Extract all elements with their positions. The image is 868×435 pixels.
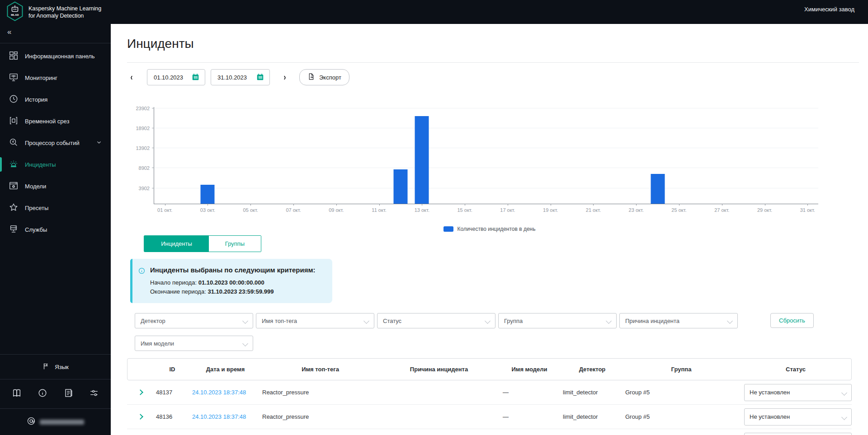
- sidebar-item-services[interactable]: Службы: [0, 219, 111, 240]
- language-button[interactable]: Язык: [0, 354, 111, 379]
- x-axis-label: 21 окт.: [586, 207, 601, 213]
- filter-status-select[interactable]: Статус: [377, 313, 495, 328]
- legend-label: Количество инцидентов в день: [458, 226, 536, 232]
- chart-gridline: [154, 128, 818, 128]
- language-label: Язык: [55, 364, 68, 370]
- status-select[interactable]: [744, 433, 852, 435]
- chart-bar: [393, 169, 407, 204]
- filter-reason-select[interactable]: Причина инцидента: [619, 313, 738, 328]
- flag-icon: [42, 362, 50, 372]
- sidebar-item-presets[interactable]: Пресеты: [0, 197, 111, 219]
- monitoring-icon: [9, 72, 19, 84]
- export-button[interactable]: Экспорт: [299, 69, 349, 85]
- organization-name: Химический завод: [804, 6, 854, 18]
- x-axis-label: 29 окт.: [757, 207, 772, 213]
- tab-incidents[interactable]: Инциденты: [144, 236, 209, 252]
- prev-period-button[interactable]: ‹: [127, 71, 136, 82]
- status-select[interactable]: Не установлен: [744, 408, 852, 426]
- criteria-title: Инциденты выбраны по следующим критериям…: [150, 266, 325, 274]
- chart-gridline: [154, 148, 818, 148]
- incident-datetime-link[interactable]: 24.10.2023 18:37:48: [192, 413, 246, 420]
- cell-top-tag: Reactor_pressure: [260, 389, 380, 396]
- criteria-lines: Начало периода: 01.10.2023 00:00:00.000 …: [150, 278, 325, 296]
- chevron-down-icon: [242, 341, 248, 346]
- sidebar-item-incidents[interactable]: Инциденты: [0, 154, 111, 175]
- cell-model: —: [497, 413, 561, 420]
- x-axis-tick: [807, 204, 808, 206]
- info-icon: [138, 267, 145, 276]
- top-bar: Химический завод: [111, 0, 868, 24]
- app-logo-row: MLAD Kaspersky Machine Learning for Anom…: [0, 0, 111, 24]
- cell-detector: limit_detector: [561, 389, 623, 396]
- sidebar-item-history[interactable]: История: [0, 89, 111, 110]
- x-axis-tick: [636, 204, 637, 206]
- x-axis-tick: [336, 204, 337, 206]
- filter-group-select[interactable]: Группа: [498, 313, 617, 328]
- chart-gridline: [154, 168, 818, 168]
- chart-plot: 3902890213902189022390201 окт.03 окт.05 …: [154, 107, 818, 204]
- criteria-line-end: Окончание периода: 31.10.2023 23:59:59.9…: [150, 287, 325, 296]
- cell-status: Не установлен: [739, 408, 852, 426]
- chart-bar: [415, 116, 429, 204]
- x-axis-tick: [508, 204, 508, 206]
- sidebar-item-label: Модели: [25, 183, 46, 190]
- expand-row-button[interactable]: [127, 415, 154, 419]
- chevron-down-icon: [363, 318, 369, 324]
- incident-datetime-link[interactable]: 24.10.2023 18:37:48: [192, 389, 246, 396]
- table-row: [127, 429, 852, 435]
- chevron-down-icon: [242, 318, 248, 324]
- reset-filters-button[interactable]: Сбросить: [770, 313, 814, 328]
- status-select[interactable]: Не установлен: [744, 384, 852, 401]
- user-email-redacted: [40, 420, 84, 425]
- page-title: Инциденты: [127, 37, 194, 51]
- cell-id: 48137: [154, 389, 190, 396]
- export-icon: [307, 73, 315, 82]
- y-axis-tick: [152, 188, 154, 188]
- x-axis-tick: [679, 204, 679, 206]
- x-axis-label: 23 окт.: [629, 207, 644, 213]
- incidents-page: Инциденты ‹ › Экспорт 390289021390218902…: [111, 24, 868, 435]
- header-id: ID: [154, 366, 190, 373]
- sidebar-item-dashboard[interactable]: Информационная панель: [0, 45, 111, 67]
- calendar-icon[interactable]: [191, 73, 200, 83]
- chevron-down-icon: [485, 318, 491, 324]
- cell-detector: limit_detector: [561, 413, 623, 420]
- legend-swatch: [443, 226, 453, 232]
- next-period-button[interactable]: ›: [280, 71, 289, 82]
- sidebar-collapse-button[interactable]: «: [0, 24, 111, 39]
- x-axis-label: 05 окт.: [243, 207, 258, 213]
- settings-icon[interactable]: [89, 388, 99, 400]
- svg-text:MLAD: MLAD: [11, 13, 19, 16]
- calendar-icon[interactable]: [256, 73, 264, 83]
- y-axis-label: 8902: [139, 165, 150, 171]
- active-item-indicator: [0, 157, 2, 172]
- user-account-button[interactable]: [0, 408, 111, 435]
- x-axis-label: 15 окт.: [457, 207, 472, 213]
- sidebar-item-models[interactable]: Модели: [0, 175, 111, 197]
- whats-new-icon[interactable]: [63, 388, 73, 400]
- sidebar-item-monitoring[interactable]: Мониторинг: [0, 67, 111, 89]
- about-icon[interactable]: [38, 388, 47, 400]
- chart-legend[interactable]: Количество инцидентов в день: [127, 226, 852, 232]
- chart-gridline: [154, 188, 818, 188]
- y-axis-tick: [152, 148, 154, 148]
- expand-row-button[interactable]: [127, 390, 154, 394]
- filter-model-select[interactable]: Имя модели: [135, 336, 253, 351]
- cell-id: 48136: [154, 413, 190, 420]
- chevron-down-icon: [727, 318, 733, 324]
- cell-group: Group #5: [623, 389, 739, 396]
- x-axis-tick: [422, 204, 422, 206]
- sidebar-item-time-slice[interactable]: Временной срез: [0, 110, 111, 132]
- export-label: Экспорт: [319, 74, 341, 81]
- chevron-down-icon[interactable]: [96, 140, 102, 146]
- star-icon: [9, 202, 19, 214]
- x-axis-label: 17 окт.: [500, 207, 515, 213]
- filter-top-tag-select[interactable]: Имя топ-тега: [256, 313, 374, 328]
- sidebar-nav: Информационная панель Мониторинг История…: [0, 45, 111, 240]
- tab-groups[interactable]: Группы: [209, 236, 261, 252]
- filter-detector-select[interactable]: Детектор: [135, 313, 253, 328]
- sidebar-item-label: Инциденты: [25, 161, 56, 168]
- manual-icon[interactable]: [12, 388, 22, 400]
- sidebar-item-event-processor[interactable]: Процессор событий: [0, 132, 111, 154]
- table-row: 48137 24.10.2023 18:37:48 Reactor_pressu…: [127, 380, 852, 405]
